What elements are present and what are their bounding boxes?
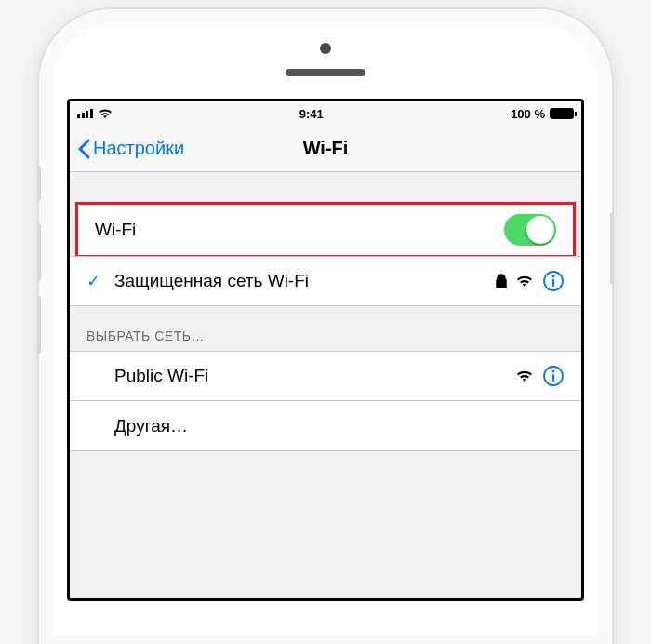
svg-point-4 [552,370,555,373]
wifi-signal-icon [516,369,533,382]
network-name: Public Wi-Fi [114,366,208,386]
content-area: Wi-Fi ✓ Защищенная сеть Wi-Fi [70,172,581,598]
info-button[interactable] [542,270,565,292]
phone-earpiece [67,37,584,99]
toggle-knob [526,216,554,244]
connected-network-row[interactable]: ✓ Защищенная сеть Wi-Fi [70,256,581,306]
connected-network-name: Защищенная сеть Wi-Fi [114,271,309,291]
choose-network-header: выбрать сеть… [70,306,581,351]
wifi-status-icon [98,108,113,119]
network-row-public[interactable]: Public Wi-Fi [70,351,581,401]
status-time: 9:41 [299,107,324,121]
checkmark-icon: ✓ [86,271,103,291]
lock-icon [496,274,507,288]
phone-volume-down [37,296,41,354]
phone-volume-up [37,223,41,281]
wifi-signal-icon [516,275,533,288]
chevron-left-icon [77,139,90,159]
wifi-toggle-switch[interactable] [504,214,556,246]
wifi-toggle-row[interactable]: Wi-Fi [78,205,573,255]
back-label: Настройки [93,138,184,159]
phone-frame: 9:41 100 % Настройки Wi-Fi [37,7,614,644]
back-button[interactable]: Настройки [77,126,184,171]
svg-rect-2 [552,279,554,287]
phone-inner-shell: 9:41 100 % Настройки Wi-Fi [54,24,597,635]
screen: 9:41 100 % Настройки Wi-Fi [67,99,584,601]
front-camera-icon [320,43,331,54]
highlight-annotation: Wi-Fi [75,202,576,258]
phone-mute-switch [37,166,41,201]
battery-icon [550,108,574,119]
info-button[interactable] [542,365,565,387]
speaker-grille-icon [286,69,365,76]
network-row-other[interactable]: Другая… [70,401,581,451]
wifi-toggle-label: Wi-Fi [95,220,136,240]
battery-percent: 100 % [511,107,545,121]
network-other-label: Другая… [114,416,188,436]
page-title: Wi-Fi [303,138,349,159]
svg-rect-5 [552,374,554,382]
nav-bar: Настройки Wi-Fi [70,126,581,172]
status-bar: 9:41 100 % [70,101,581,126]
svg-point-1 [552,275,555,278]
cellular-signal-icon [77,109,93,118]
phone-power-button [610,212,614,285]
